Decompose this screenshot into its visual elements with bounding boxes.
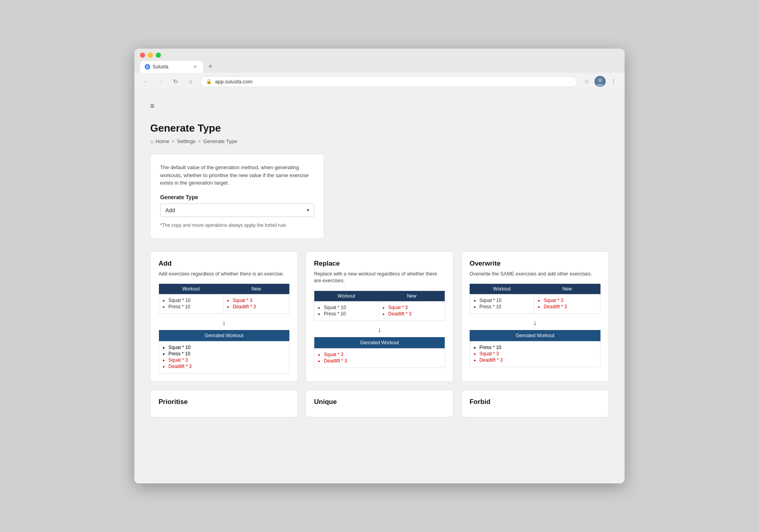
breadcrumb-current: Generate Type	[203, 138, 237, 144]
browser-window: G Sulusfa × + ← → ↻ ⌂ 🔒 app.sulusfa.com …	[134, 49, 625, 483]
tab-title: Sulusfa	[153, 64, 190, 70]
overwrite-comparison-table: Workout New Squat * 10 Press * 10	[470, 284, 600, 314]
type-card-overwrite: Overwrite Overwrite the SAME exercises a…	[461, 251, 609, 382]
bottom-card-forbid: Forbid	[461, 390, 609, 417]
replace-generated-header: Genrated Workout	[314, 337, 445, 349]
type-card-add-title: Add	[159, 260, 289, 268]
add-new-header: New	[223, 284, 289, 294]
list-item: Squat * 3	[388, 305, 441, 310]
maximize-button[interactable]	[156, 53, 161, 58]
replace-comparison-table: Workout New Squat * 10 Press * 10	[314, 291, 445, 321]
breadcrumb-settings[interactable]: Settings	[177, 138, 196, 144]
reload-button[interactable]: ↻	[170, 76, 181, 87]
list-item: Squat * 10	[480, 298, 530, 303]
overwrite-generated-table: Genrated Workout Press * 10 Squat * 3 De…	[470, 330, 600, 367]
breadcrumb-home[interactable]: Home	[155, 138, 169, 144]
user-avatar[interactable]	[595, 76, 606, 87]
breadcrumb-sep-2: >	[198, 138, 201, 144]
list-item: Deadlift * 3	[168, 364, 285, 369]
overwrite-generated-cell: Press * 10 Squat * 3 Deadlift * 3	[470, 341, 600, 367]
breadcrumb: ⌂ Home > Settings > Generate Type	[150, 138, 609, 144]
list-item: Press * 10	[480, 345, 596, 350]
active-tab[interactable]: G Sulusfa ×	[140, 61, 203, 73]
bottom-card-forbid-title: Forbid	[470, 398, 600, 406]
replace-workout-cell: Squat * 10 Press * 10	[314, 301, 379, 321]
list-item: Squat * 3	[233, 298, 285, 303]
page-content: ≡ Generate Type ⌂ Home > Settings > Gene…	[134, 90, 625, 483]
generate-type-select-wrapper: Add Replace Overwrite Prioritise Unique …	[160, 204, 314, 217]
bookmark-button[interactable]: ☆	[581, 76, 592, 87]
tab-close-button[interactable]: ×	[192, 64, 198, 70]
menu-button[interactable]: ⋮	[608, 76, 619, 87]
url-text: app.sulusfa.com	[215, 79, 253, 85]
new-tab-button[interactable]: +	[205, 61, 216, 72]
replace-new-cell: Squat * 3 Deadlift * 3	[379, 301, 445, 321]
add-generated-header: Genrated Workout	[159, 330, 289, 341]
address-bar[interactable]: 🔒 app.sulusfa.com	[200, 76, 577, 87]
svg-point-1	[598, 78, 602, 82]
list-item: Deadlift * 3	[544, 304, 596, 309]
hamburger-menu-icon[interactable]: ≡	[150, 98, 609, 114]
overwrite-new-cell: Squat * 3 Deadlift * 3	[534, 294, 600, 314]
add-comparison-table: Workout New Squat * 10 Press * 10	[159, 284, 289, 314]
breadcrumb-sep-1: >	[172, 138, 175, 144]
lock-icon: 🔒	[206, 79, 212, 84]
nav-actions: ☆ ⋮	[581, 76, 619, 87]
type-card-add: Add Add exercises regardless of whether …	[150, 251, 298, 382]
settings-note: *The copy and move operations always app…	[160, 222, 314, 229]
list-item: Press * 10	[168, 304, 219, 309]
type-card-overwrite-desc: Overwrite the SAME exercises and add oth…	[470, 271, 600, 278]
list-item: Deadlift * 3	[324, 358, 440, 364]
type-card-replace-desc: Replace with a new workout regardless of…	[314, 271, 445, 285]
list-item: Squat * 10	[168, 298, 219, 303]
overwrite-new-header: New	[534, 284, 600, 294]
list-item: Press * 10	[168, 351, 285, 357]
add-workout-header: Workout	[159, 284, 223, 294]
add-generated-table: Genrated Workout Squat * 10 Press * 10 S…	[159, 330, 289, 374]
home-icon: ⌂	[150, 139, 153, 144]
bottom-card-prioritise: Prioritise	[150, 390, 298, 417]
add-generated-cell: Squat * 10 Press * 10 Squat * 3 Deadlift…	[159, 341, 289, 374]
bottom-cards-grid: Prioritise Unique Forbid	[150, 390, 609, 417]
add-workout-cell: Squat * 10 Press * 10	[159, 294, 223, 314]
replace-generated-table: Genrated Workout Squat * 3 Deadlift * 3	[314, 337, 445, 368]
arrow-down-icon: ↓	[159, 319, 289, 327]
field-label: Generate Type	[160, 194, 314, 200]
close-button[interactable]	[140, 53, 145, 58]
home-button[interactable]: ⌂	[185, 76, 196, 87]
list-item: Deadlift * 3	[388, 311, 441, 317]
list-item: Press * 10	[480, 304, 530, 309]
list-item: Press * 10	[324, 311, 374, 317]
type-card-add-desc: Add exercises regardless of whether ther…	[159, 271, 289, 278]
list-item: Squat * 3	[168, 357, 285, 363]
replace-generated-cell: Squat * 3 Deadlift * 3	[314, 348, 445, 368]
bottom-card-unique-title: Unique	[314, 398, 445, 406]
type-card-overwrite-title: Overwrite	[470, 260, 600, 268]
list-item: Squat * 10	[168, 345, 285, 350]
tabs-bar: G Sulusfa × +	[140, 61, 619, 73]
list-item: Squat * 3	[544, 298, 596, 303]
overwrite-workout-header: Workout	[470, 284, 534, 294]
replace-workout-header: Workout	[314, 291, 379, 302]
page-title: Generate Type	[150, 122, 609, 134]
replace-new-header: New	[379, 291, 445, 302]
bottom-card-unique: Unique	[306, 390, 453, 417]
list-item: Deadlift * 3	[480, 357, 596, 363]
add-new-cell: Squat * 3 Deadlift * 3	[223, 294, 289, 314]
list-item: Squat * 10	[324, 305, 374, 310]
type-card-replace-title: Replace	[314, 260, 445, 268]
settings-card: The default value of the generation meth…	[150, 154, 324, 239]
list-item: Squat * 3	[324, 352, 440, 357]
browser-chrome: G Sulusfa × +	[134, 49, 625, 73]
generate-type-select[interactable]: Add Replace Overwrite Prioritise Unique …	[160, 204, 314, 217]
nav-bar: ← → ↻ ⌂ 🔒 app.sulusfa.com ☆ ⋮	[134, 73, 625, 90]
minimize-button[interactable]	[148, 53, 153, 58]
list-item: Squat * 3	[480, 351, 596, 357]
back-button[interactable]: ←	[140, 76, 151, 87]
settings-description: The default value of the generation meth…	[160, 164, 314, 187]
type-card-replace: Replace Replace with a new workout regar…	[306, 251, 453, 382]
arrow-down-icon: ↓	[314, 326, 445, 334]
forward-button[interactable]: →	[155, 76, 166, 87]
type-cards-grid: Add Add exercises regardless of whether …	[150, 251, 609, 382]
list-item: Deadlift * 3	[233, 304, 285, 309]
